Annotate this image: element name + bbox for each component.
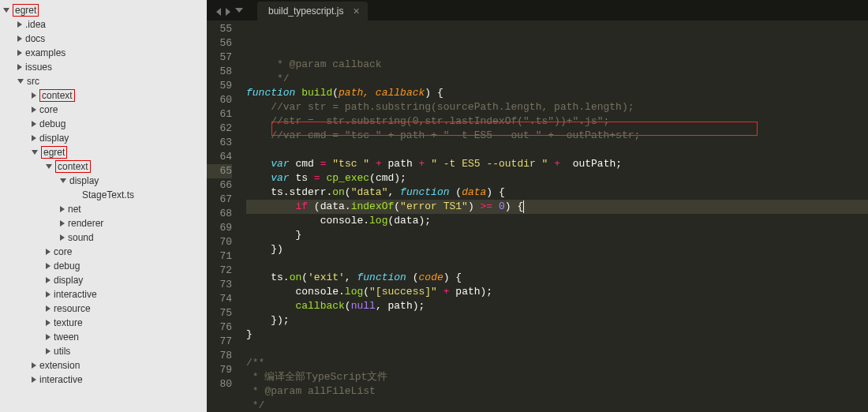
chevron-down-icon [46, 164, 52, 169]
tree-item-resource[interactable]: resource [0, 302, 207, 316]
code-line[interactable]: ts.on('exit', function (code) { [246, 271, 868, 285]
tree-item-extension[interactable]: extension [0, 358, 207, 373]
code-line[interactable] [246, 257, 868, 271]
chevron-right-icon [32, 362, 36, 369]
chevron-right-icon [17, 21, 22, 28]
line-number: 62 [207, 122, 232, 136]
code-line[interactable]: * @param callback [246, 58, 868, 72]
tree-label: extension [39, 360, 80, 371]
tree-item-issues[interactable]: issues [0, 60, 207, 74]
code-line[interactable] [246, 342, 868, 356]
tree-item-debug[interactable]: debug [0, 117, 207, 131]
tree-label: renderer [68, 218, 103, 229]
tree-label: tween [54, 331, 79, 343]
chevron-right-icon [17, 50, 22, 56]
editor-main: build_typescript.js × 555657585960616263… [207, 0, 868, 412]
code-line[interactable]: * @param allFileList [246, 384, 868, 399]
chevron-right-icon [17, 36, 22, 42]
tree-label: core [39, 104, 58, 115]
close-icon[interactable]: × [353, 7, 359, 15]
code-line[interactable]: */ [246, 72, 868, 86]
tree-item-sound[interactable]: sound [0, 230, 207, 245]
tree-item-renderer[interactable]: renderer [0, 216, 207, 230]
tab-prev-icon[interactable] [216, 8, 221, 16]
tree-label: .idea [25, 19, 46, 30]
tab-next-icon[interactable] [226, 8, 230, 16]
tree-item-tween[interactable]: tween [0, 330, 207, 344]
chevron-right-icon [17, 64, 22, 70]
code-line[interactable]: if (data.indexOf("error TS1") >= 0) { [246, 200, 868, 214]
code-line[interactable]: } [246, 328, 868, 342]
tree-item-interactive[interactable]: interactive [0, 287, 207, 302]
tree-item-utils[interactable]: utils [0, 344, 207, 358]
code-line[interactable]: ts.stderr.on("data", function (data) { [246, 185, 868, 200]
code-line[interactable]: callback(null, path); [246, 299, 868, 313]
tree-item-interactive[interactable]: interactive [0, 373, 207, 387]
tree-item-StageTextts[interactable]: StageText.ts [0, 188, 207, 202]
chevron-right-icon [46, 263, 51, 269]
line-number: 75 [207, 306, 232, 320]
code-area[interactable]: * @param callback */function build(path,… [246, 21, 868, 412]
tree-label: docs [25, 33, 45, 44]
tree-item-texture[interactable]: texture [0, 316, 207, 330]
code-line[interactable]: console.log(data); [246, 214, 868, 228]
chevron-down-icon [3, 8, 9, 13]
code-line[interactable]: }); [246, 313, 868, 328]
tree-label: net [68, 204, 81, 215]
line-number: 65 [207, 164, 232, 178]
tree-label: display [54, 275, 83, 286]
code-line[interactable]: console.log("[success]" + path); [246, 285, 868, 299]
code-line[interactable]: var ts = cp_exec(cmd); [246, 171, 868, 185]
line-number: 78 [207, 349, 232, 363]
code-line[interactable]: * 编译全部TypeScript文件 [246, 370, 868, 384]
chevron-down-icon [17, 79, 24, 84]
code-line[interactable]: */ [246, 399, 868, 412]
file-tree-sidebar[interactable]: egret.ideadocsexamplesissuessrccontextco… [0, 0, 207, 412]
line-number: 60 [207, 93, 232, 107]
chevron-down-icon [60, 178, 66, 183]
tree-item-display[interactable]: display [0, 174, 207, 188]
code-editor[interactable]: 5556575859606162636465666768697071727374… [207, 21, 868, 412]
line-number: 56 [207, 36, 232, 51]
code-line[interactable]: //str = str.substring(0,str.lastIndexOf(… [246, 114, 868, 129]
tree-item-core[interactable]: core [0, 103, 207, 117]
tree-label: StageText.ts [82, 189, 134, 200]
code-line[interactable]: } [246, 228, 868, 242]
tree-label: context [39, 89, 75, 102]
line-number: 59 [207, 79, 232, 93]
chevron-right-icon [60, 206, 65, 212]
tree-item-context[interactable]: context [0, 88, 207, 103]
line-number: 61 [207, 107, 232, 122]
code-line[interactable]: //var str = path.substring(sourcePath.le… [246, 100, 868, 114]
tab-nav-controls [216, 8, 243, 21]
tab-list-icon[interactable] [235, 8, 243, 13]
code-line[interactable]: /** [246, 356, 868, 370]
code-line[interactable] [246, 143, 868, 157]
tree-item-core[interactable]: core [0, 245, 207, 259]
chevron-right-icon [32, 121, 36, 127]
chevron-down-icon [32, 150, 38, 155]
tree-label: debug [39, 118, 65, 129]
tree-item-idea[interactable]: .idea [0, 17, 207, 32]
code-line[interactable]: //var cmd = "tsc " + path + " -t ES5 --o… [246, 129, 868, 143]
tree-item-context[interactable]: context [0, 159, 207, 174]
code-line[interactable]: function build(path, callback) { [246, 86, 868, 100]
tree-item-net[interactable]: net [0, 202, 207, 216]
line-number: 73 [207, 278, 232, 292]
tree-item-examples[interactable]: examples [0, 46, 207, 60]
line-number: 68 [207, 207, 232, 221]
tree-item-egret[interactable]: egret [0, 145, 207, 159]
tree-item-src[interactable]: src [0, 74, 207, 88]
tree-item-docs[interactable]: docs [0, 32, 207, 46]
tab-active[interactable]: build_typescript.js × [257, 2, 368, 21]
chevron-right-icon [46, 277, 51, 283]
tree-item-debug[interactable]: debug [0, 259, 207, 273]
code-line[interactable]: var cmd = "tsc " + path + " -t ES5 --out… [246, 157, 868, 171]
line-number: 79 [207, 363, 232, 377]
tree-item-display[interactable]: display [0, 131, 207, 145]
chevron-right-icon [46, 305, 51, 312]
tree-root[interactable]: egret [0, 3, 207, 17]
line-number: 63 [207, 136, 232, 150]
tree-item-display[interactable]: display [0, 273, 207, 287]
code-line[interactable]: }) [246, 242, 868, 257]
